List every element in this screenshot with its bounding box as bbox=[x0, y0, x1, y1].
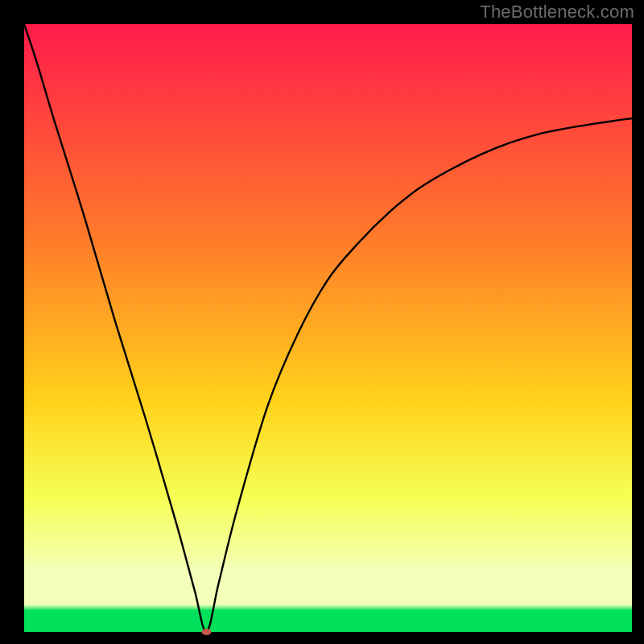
chart-frame: TheBottleneck.com bbox=[0, 0, 644, 644]
minimum-marker bbox=[202, 629, 212, 635]
watermark-label: TheBottleneck.com bbox=[480, 2, 634, 23]
bottleneck-chart bbox=[0, 0, 644, 644]
plot-background bbox=[24, 24, 632, 632]
